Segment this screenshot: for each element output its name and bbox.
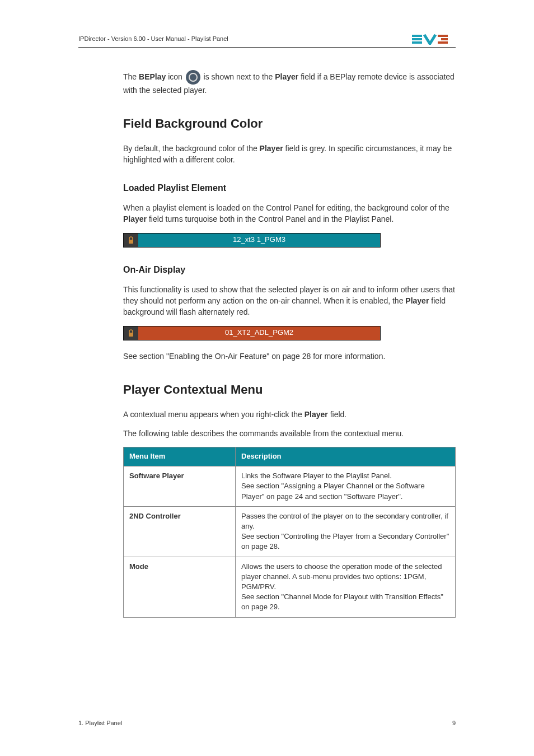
footer-page-number: 9 <box>452 719 456 728</box>
lock-icon <box>124 326 138 340</box>
player-field-text: 12_xt3 1_PGM3 <box>138 235 380 245</box>
cell-desc: Passes the control of the player on to t… <box>236 506 456 557</box>
text: A contextual menu appears when you right… <box>123 410 305 419</box>
menu-para1: A contextual menu appears when you right… <box>123 409 456 420</box>
table-row: Mode Allows the users to choose the oper… <box>124 557 456 617</box>
cell-desc: Links the Software Player to the Playlis… <box>236 466 456 507</box>
player-word: Player <box>260 144 283 153</box>
heading-loaded-playlist: Loaded Playlist Element <box>123 181 456 194</box>
player-field-red: 01_XT2_ADL_PGM2 <box>123 326 381 340</box>
player-word: Player <box>405 296 429 305</box>
player-word: Player <box>123 214 147 223</box>
text: By default, the background color of the <box>123 144 260 153</box>
beplay-word: BEPlay <box>139 72 166 81</box>
fieldbg-paragraph: By default, the background color of the … <box>123 143 456 166</box>
footer-left: 1. Playlist Panel <box>78 719 122 728</box>
svg-rect-0 <box>412 35 422 37</box>
svg-rect-3 <box>438 35 448 37</box>
svg-rect-5 <box>438 41 448 44</box>
page-footer: 1. Playlist Panel 9 <box>78 719 456 728</box>
table-row: Software Player Links the Software Playe… <box>124 466 456 507</box>
evs-logo-icon <box>412 34 456 45</box>
svg-rect-2 <box>412 41 422 44</box>
text: When a playlist element is loaded on the… <box>123 203 449 212</box>
lock-icon <box>124 234 138 247</box>
player-field-turquoise: 12_xt3 1_PGM3 <box>123 233 381 248</box>
header-breadcrumb: IPDirector - Version 6.00 - User Manual … <box>78 35 228 44</box>
cell-item: 2ND Controller <box>124 506 236 557</box>
text: is shown next to the <box>202 72 275 81</box>
cell-desc: Allows the users to choose the operation… <box>236 557 456 617</box>
player-field-text: 01_XT2_ADL_PGM2 <box>138 328 380 338</box>
beplay-icon <box>186 70 200 85</box>
svg-rect-7 <box>129 333 133 337</box>
th-menu-item: Menu Item <box>124 447 236 466</box>
text: The <box>123 72 139 81</box>
onair-see: See section "Enabling the On-Air Feature… <box>123 351 456 362</box>
svg-rect-1 <box>412 38 422 40</box>
heading-field-background: Field Background Color <box>123 115 456 133</box>
th-description: Description <box>236 447 456 466</box>
svg-rect-6 <box>129 240 133 244</box>
intro-paragraph: The BEPlay icon is shown next to the Pla… <box>123 70 456 96</box>
loaded-paragraph: When a playlist element is loaded on the… <box>123 202 456 225</box>
text: field turns turquoise both in the Contro… <box>147 214 394 223</box>
page-header: IPDirector - Version 6.00 - User Manual … <box>78 34 456 48</box>
heading-onair: On-Air Display <box>123 263 456 276</box>
heading-player-contextual: Player Contextual Menu <box>123 381 456 399</box>
cell-item: Mode <box>124 557 236 617</box>
player-word: Player <box>275 72 298 81</box>
text: field. <box>328 410 346 419</box>
table-row: 2ND Controller Passes the control of the… <box>124 506 456 557</box>
menu-para2: The following table describes the comman… <box>123 428 456 439</box>
onair-paragraph: This functionality is used to show that … <box>123 284 456 318</box>
text: icon <box>166 72 184 81</box>
player-word: Player <box>305 410 328 419</box>
contextual-menu-table: Menu Item Description Software Player Li… <box>123 447 456 617</box>
svg-rect-4 <box>441 38 448 40</box>
cell-item: Software Player <box>124 466 236 507</box>
